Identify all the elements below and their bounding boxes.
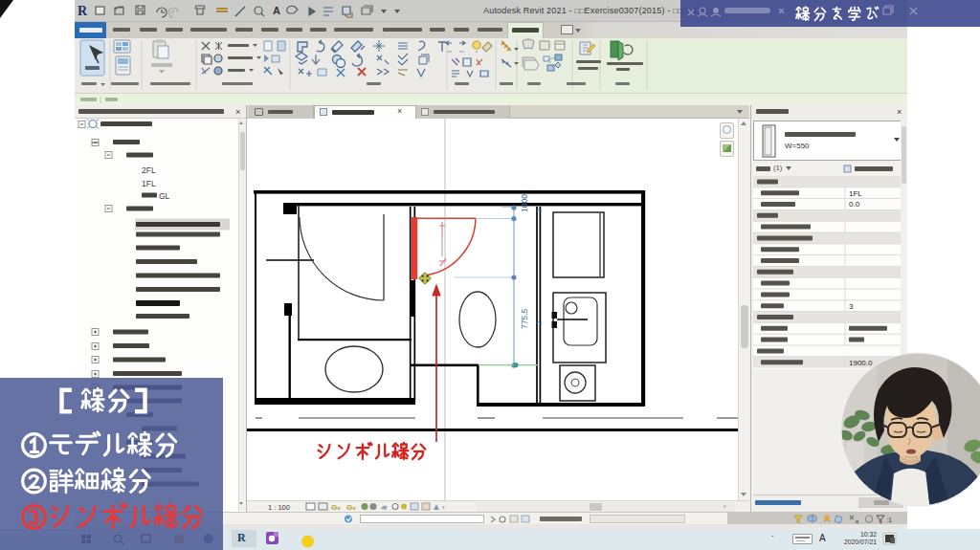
svg-text:R: R [78,4,88,18]
svg-text:Gx: Gx [331,503,341,512]
svg-text:A: A [273,5,280,16]
svg-text:7: 7 [536,209,543,212]
svg-text:1FL: 1FL [142,179,156,188]
svg-text:1FL: 1FL [849,189,862,198]
svg-text:3: 3 [849,302,854,311]
svg-text:7: 7 [536,320,543,324]
svg-text:2FL: 2FL [142,165,156,175]
svg-text:1000: 1000 [520,194,529,212]
svg-text:0.0: 0.0 [849,200,860,209]
svg-text:GL: GL [159,191,170,201]
svg-text:Gx: Gx [346,503,356,512]
svg-text:‹: ‹ [442,503,445,512]
svg-text::1: :1 [886,516,892,524]
svg-text:775.5: 775.5 [520,308,529,329]
